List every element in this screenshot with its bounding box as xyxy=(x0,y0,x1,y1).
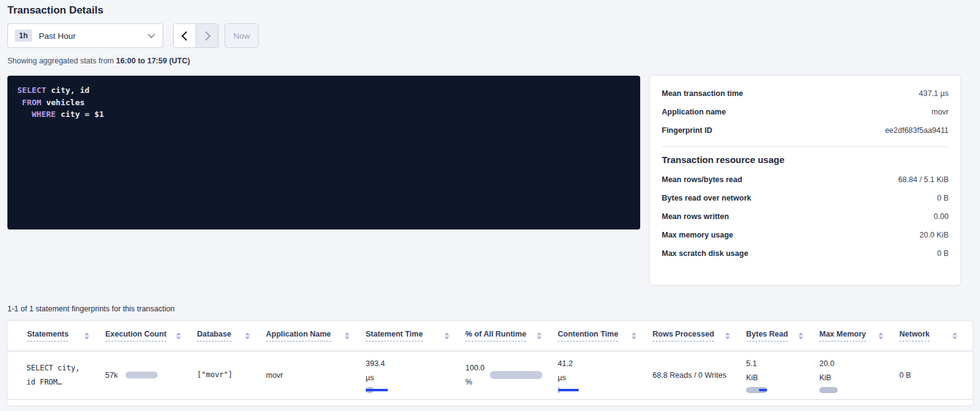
column-label: Bytes Read xyxy=(746,330,788,341)
resource-usage-rows: Mean rows/bytes read68.84 / 5.1 KiBBytes… xyxy=(650,170,960,263)
execution-count-bar xyxy=(126,372,158,378)
bytes-read-bar xyxy=(746,387,768,393)
sort-icon xyxy=(176,332,181,340)
sql-statement-text: SELECT city, id FROM vehicles WHERE city… xyxy=(17,84,640,121)
chevron-right-icon xyxy=(201,31,211,41)
column-header-network[interactable]: Network xyxy=(899,321,973,351)
sort-icon xyxy=(878,332,883,340)
column-header-bytes-read[interactable]: Bytes Read xyxy=(745,321,819,351)
column-label: Statement Time xyxy=(366,330,423,341)
column-label: Max Memory xyxy=(819,330,866,341)
contention-time-cell: 41.2 µs xyxy=(558,357,651,393)
column-header-application-name[interactable]: Application Name xyxy=(265,321,365,351)
summary-row: Bytes read over network0 B xyxy=(650,189,960,207)
summary-value: 0 B xyxy=(937,194,949,202)
statements-table: StatementsExecution CountDatabaseApplica… xyxy=(7,321,973,400)
column-label: Contention Time xyxy=(558,330,618,341)
column-label: Network xyxy=(899,330,930,341)
summary-row: Mean rows/bytes read68.84 / 5.1 KiB xyxy=(650,170,960,189)
column-label: Execution Count xyxy=(105,330,166,341)
column-header-statements[interactable]: Statements xyxy=(7,321,105,351)
sort-icon xyxy=(632,332,637,340)
time-range: 16:00 to 17:59 (UTC) xyxy=(116,57,190,65)
page-title: Transaction Details xyxy=(7,4,973,17)
chevron-left-icon xyxy=(181,31,191,41)
rows-processed-cell: 68.8 Reads / 0 Writes xyxy=(653,371,726,380)
statement-fingerprint-link[interactable]: SELECT city, id FROM… xyxy=(26,361,104,389)
summary-label: Max memory usage xyxy=(662,231,733,239)
column-label: % of All Runtime xyxy=(465,330,526,341)
summary-row: Fingerprint IDee2df683f5aa9411 xyxy=(650,121,960,140)
resource-usage-title: Transaction resource usage xyxy=(650,151,960,170)
max-memory-cell: 20.0 KiB xyxy=(819,357,898,393)
summary-value: 0.00 xyxy=(934,212,949,221)
summary-label: Mean transaction time xyxy=(662,89,743,98)
time-controls: 1h Past Hour Now xyxy=(7,23,973,48)
column-header-of-all-runtime[interactable]: % of All Runtime xyxy=(465,321,557,351)
table-row: SELECT city, id FROM… 57k ["movr"] movr xyxy=(7,351,973,399)
summary-label: Mean rows written xyxy=(662,212,729,221)
sort-icon xyxy=(84,332,89,340)
column-header-max-memory[interactable]: Max Memory xyxy=(819,321,899,351)
column-label: Database xyxy=(197,330,231,341)
previous-interval-button[interactable] xyxy=(174,24,196,47)
aggregated-stats-text: Showing aggregated stats from 16:00 to 1… xyxy=(7,57,973,65)
main-content-row: SELECT city, id FROM vehicles WHERE city… xyxy=(7,76,973,285)
statements-count-text: 1-1 of 1 statement fingerprints for this… xyxy=(7,305,973,313)
application-name-cell: movr xyxy=(266,371,283,380)
summary-label: Max scratch disk usage xyxy=(662,249,748,258)
max-memory-bar xyxy=(819,387,838,393)
execution-count-cell: 57k xyxy=(105,371,196,380)
column-header-contention-time[interactable]: Contention Time xyxy=(557,321,652,351)
bytes-read-cell: 5.1 KiB xyxy=(746,357,818,393)
statement-time-bar xyxy=(366,387,390,393)
sort-icon xyxy=(952,332,957,340)
summary-divider xyxy=(662,146,949,147)
column-header-database[interactable]: Database xyxy=(196,321,265,351)
sql-statement-box: SELECT city, id FROM vehicles WHERE city… xyxy=(7,76,640,229)
summary-row: Max scratch disk usage0 B xyxy=(650,244,960,263)
sort-icon xyxy=(245,332,250,340)
summary-label: Application name xyxy=(662,108,726,116)
time-interval-badge: 1h xyxy=(15,30,32,42)
runtime-percent-cell: 100.0 % xyxy=(465,361,556,389)
time-interval-label: Past Hour xyxy=(39,31,76,41)
database-cell: ["movr"] xyxy=(197,370,233,379)
column-label: Application Name xyxy=(266,330,331,341)
statement-time-cell: 393.4 µs xyxy=(366,357,464,393)
time-step-buttons xyxy=(173,23,219,48)
contention-time-bar xyxy=(558,387,580,393)
now-button[interactable]: Now xyxy=(225,23,259,48)
sort-icon xyxy=(537,332,542,340)
summary-label: Bytes read over network xyxy=(662,194,751,202)
chevron-down-icon xyxy=(148,31,155,38)
summary-value: 0 B xyxy=(937,249,949,258)
transaction-summary-card: Mean transaction time437.1 µsApplication… xyxy=(650,76,960,285)
table-header-row: StatementsExecution CountDatabaseApplica… xyxy=(7,321,973,351)
summary-row: Mean transaction time437.1 µs xyxy=(650,84,960,103)
aggregated-stats-prefix: Showing aggregated stats from xyxy=(7,57,116,65)
summary-label: Mean rows/bytes read xyxy=(662,175,742,184)
network-cell: 0 B xyxy=(899,371,911,380)
column-label: Statements xyxy=(27,330,68,341)
sort-icon xyxy=(345,332,350,340)
summary-rows: Mean transaction time437.1 µsApplication… xyxy=(650,84,960,140)
sort-icon xyxy=(798,332,803,340)
summary-value: movr xyxy=(931,108,949,116)
time-interval-dropdown[interactable]: 1h Past Hour xyxy=(7,23,163,48)
summary-value: 68.84 / 5.1 KiB xyxy=(898,175,949,184)
column-header-execution-count[interactable]: Execution Count xyxy=(105,321,196,351)
transaction-details-page: Transaction Details 1h Past Hour Now Sho… xyxy=(0,0,980,405)
summary-value: 437.1 µs xyxy=(919,89,949,98)
summary-label: Fingerprint ID xyxy=(662,126,712,135)
column-label: Rows Processed xyxy=(653,330,714,341)
column-header-statement-time[interactable]: Statement Time xyxy=(365,321,465,351)
statements-table-card: StatementsExecution CountDatabaseApplica… xyxy=(7,321,973,405)
runtime-percent-bar xyxy=(490,371,542,379)
summary-value: 20.0 KiB xyxy=(920,231,949,239)
sort-icon xyxy=(725,332,730,340)
summary-row: Application namemovr xyxy=(650,103,960,121)
sort-icon xyxy=(444,332,449,340)
column-header-rows-processed[interactable]: Rows Processed xyxy=(652,321,745,351)
next-interval-button[interactable] xyxy=(196,24,218,47)
